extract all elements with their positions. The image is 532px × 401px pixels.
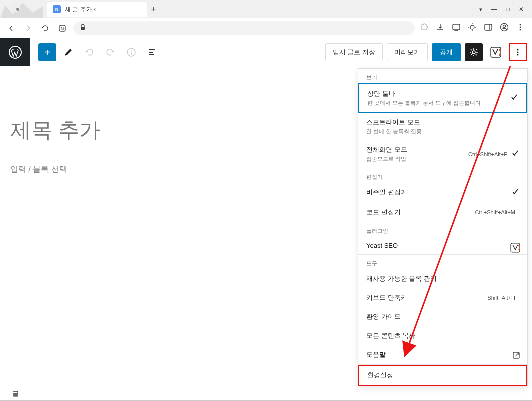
options-dropdown: 보기 상단 툴바 한 곳에서 모든 블록과 문서 도구에 접근합니다 스포트라이… [358, 68, 528, 386]
menu-section-plugins: 플러그인 [358, 222, 527, 237]
screenshot-icon[interactable] [468, 23, 477, 34]
svg-point-6 [470, 26, 474, 30]
favicon-icon: N [53, 6, 61, 14]
account-icon[interactable] [500, 23, 509, 34]
menu-item-label: 환영 가이드 [366, 312, 519, 322]
menu-item-fullscreen[interactable]: 전체화면 모드 집중모드로 작업 Ctrl+Shift+Alt+F [358, 140, 527, 168]
menu-section-view: 보기 [358, 69, 527, 84]
back-button[interactable] [5, 22, 17, 34]
check-icon [511, 188, 519, 198]
svg-point-1 [16, 8, 19, 11]
redo-button[interactable] [101, 44, 119, 62]
home-button[interactable]: N [56, 22, 68, 34]
svg-point-13 [520, 29, 521, 30]
edit-mode-button[interactable] [59, 44, 77, 62]
menu-item-reusable-blocks[interactable]: 재사용 가능한 블록 관리 [358, 270, 527, 288]
menu-item-label: 환경설정 [367, 371, 518, 380]
svg-text:N: N [61, 26, 64, 32]
svg-point-14 [9, 46, 21, 58]
svg-point-23 [499, 49, 501, 51]
browser-address-bar: N [0, 18, 532, 38]
svg-rect-4 [81, 27, 85, 30]
window-close-button[interactable]: ✕ [519, 6, 524, 13]
menu-item-label: 도움말 [366, 350, 519, 360]
svg-point-0 [10, 2, 20, 12]
browser-tab[interactable]: N 새 글 추가 ‹ [47, 2, 147, 17]
lock-icon [79, 24, 86, 33]
check-icon [510, 94, 518, 104]
preview-button[interactable]: 미리보기 [387, 44, 428, 62]
address-input[interactable] [73, 22, 415, 36]
menu-item-visual-editor[interactable]: 비주얼 편집기 [358, 183, 527, 203]
menu-item-label: 비주얼 편집기 [366, 188, 511, 197]
svg-point-16 [131, 50, 132, 51]
menu-item-desc: 한 번에 한 블록씩 집중 [366, 128, 519, 136]
undo-button[interactable] [80, 44, 98, 62]
browser-app-icon [0, 0, 43, 18]
svg-rect-28 [511, 244, 520, 252]
svg-point-26 [517, 52, 519, 54]
menu-item-shortcut: Shift+Alt+H [487, 295, 515, 301]
window-minimize-button[interactable]: — [491, 6, 497, 13]
menu-item-label: 전체화면 모드 [366, 146, 468, 154]
forward-button[interactable] [22, 22, 34, 34]
menu-item-label: 상단 툴바 [367, 90, 510, 98]
reload-button[interactable] [39, 22, 51, 34]
svg-point-27 [517, 54, 519, 56]
svg-point-10 [503, 25, 506, 28]
check-icon [511, 150, 519, 160]
tab-title: 새 글 추가 ‹ [65, 6, 96, 14]
menu-item-welcome-guide[interactable]: 환영 가이드 [358, 308, 527, 326]
sidepanel-icon[interactable] [484, 23, 493, 34]
menu-item-spotlight[interactable]: 스포트라이트 모드 한 번에 한 블록씩 집중 [358, 113, 527, 140]
wordpress-logo[interactable] [0, 38, 30, 66]
menu-item-shortcut: Ctrl+Shift+Alt+F [468, 152, 507, 158]
menu-item-preferences[interactable]: 환경설정 [358, 365, 527, 386]
outline-button[interactable] [143, 44, 161, 62]
svg-point-24 [499, 54, 501, 56]
yoast-icon [510, 243, 520, 255]
menu-item-yoast[interactable]: Yoast SEO [358, 237, 527, 254]
info-button[interactable] [122, 44, 140, 62]
svg-rect-5 [453, 24, 460, 30]
menu-item-code-editor[interactable]: 코드 편집기 Ctrl+Shift+Alt+M [358, 203, 527, 222]
settings-button[interactable] [465, 44, 483, 62]
menu-item-label: 재사용 가능한 블록 관리 [366, 274, 519, 284]
menu-item-help[interactable]: 도움말 [358, 346, 527, 364]
menu-item-label: 스포트라이트 모드 [366, 118, 519, 127]
menu-item-desc: 집중모드로 작업 [366, 156, 468, 163]
extension-icon[interactable] [420, 23, 429, 34]
svg-point-11 [520, 24, 521, 26]
save-draft-button[interactable]: 임시 글로 저장 [325, 44, 383, 62]
capture-icon[interactable] [452, 23, 461, 34]
svg-point-25 [517, 50, 519, 51]
svg-point-12 [520, 26, 521, 28]
menu-section-editor: 편집기 [358, 168, 527, 183]
svg-point-29 [518, 245, 520, 247]
svg-rect-7 [485, 24, 492, 30]
menu-item-copy-all[interactable]: 모든 콘텐츠 복사 [358, 326, 527, 346]
menu-item-label: 키보드 단축키 [366, 294, 487, 302]
menu-section-tools: 도구 [358, 255, 527, 270]
add-block-button[interactable]: + [38, 44, 56, 62]
breadcrumb[interactable]: 글 [0, 388, 31, 400]
menu-item-label: 모든 콘텐츠 복사 [366, 332, 519, 340]
window-title-bar: N 새 글 추가 ‹ + ▾ — □ ✕ [0, 0, 532, 18]
menu-item-shortcut: Ctrl+Shift+Alt+M [475, 210, 515, 216]
menu-item-keyboard-shortcuts[interactable]: 키보드 단축키 Shift+Alt+H [358, 288, 527, 308]
menu-item-top-toolbar[interactable]: 상단 툴바 한 곳에서 모든 블록과 문서 도구에 접근합니다 [358, 84, 527, 113]
chevron-down-icon[interactable]: ▾ [479, 6, 482, 13]
window-maximize-button[interactable]: □ [506, 6, 510, 13]
svg-point-30 [518, 249, 520, 251]
svg-point-21 [472, 51, 475, 54]
publish-button[interactable]: 공개 [432, 44, 461, 62]
more-options-button[interactable] [509, 44, 527, 62]
new-tab-button[interactable]: + [151, 4, 156, 15]
yoast-button[interactable] [487, 44, 505, 62]
browser-menu-icon[interactable] [516, 23, 525, 34]
download-icon[interactable] [436, 23, 445, 34]
editor-header: + 임시 글로 저장 미리보기 공개 [0, 38, 532, 66]
menu-item-desc: 한 곳에서 모든 블록과 문서 도구에 접근합니다 [367, 100, 510, 107]
external-link-icon [512, 352, 520, 362]
menu-item-label: 코드 편집기 [366, 208, 475, 217]
